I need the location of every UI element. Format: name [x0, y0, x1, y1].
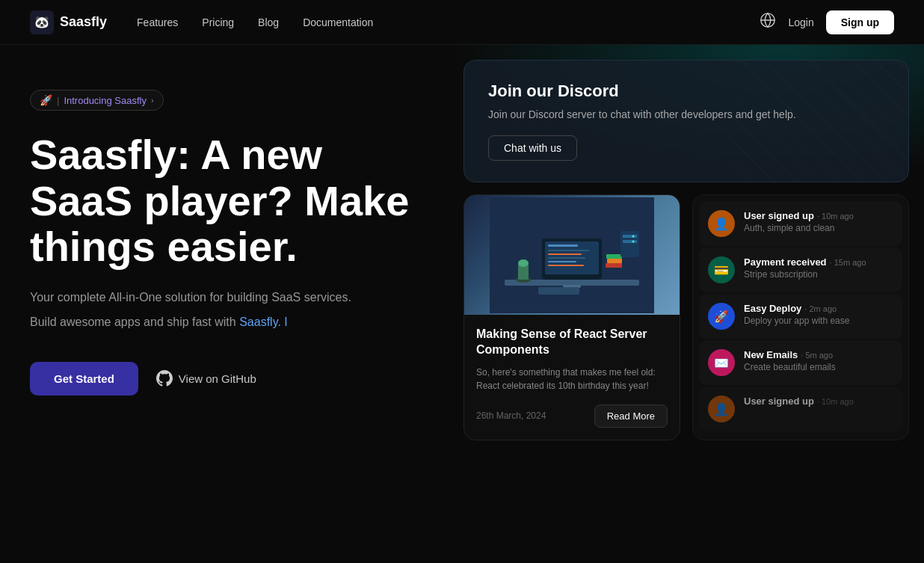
right-panels: Join our Discord Join our Discord server…	[449, 45, 924, 563]
hero-subtitle-2: Build awesome apps and ship fast with Sa…	[30, 313, 419, 332]
blog-date: 26th March, 2024	[476, 410, 546, 421]
blog-excerpt: So, here's something that makes me feel …	[476, 366, 668, 393]
signup-button[interactable]: Sign up	[826, 10, 894, 34]
blog-title: Making Sense of React Server Components	[476, 327, 668, 358]
discord-card: Join our Discord Join our Discord server…	[463, 60, 909, 182]
notif-desc-2: Stripe subscription	[744, 269, 893, 280]
login-button[interactable]: Login	[788, 16, 813, 28]
saasfly-link[interactable]: Saasfly. I	[239, 316, 288, 328]
blog-illustration	[490, 197, 654, 313]
logo-text: Saasfly	[60, 14, 107, 30]
badge-arrow-icon: ›	[151, 96, 154, 105]
notif-title-2: Payment received · 15m ago	[744, 256, 893, 268]
read-more-button[interactable]: Read More	[594, 404, 668, 428]
notif-content-4: New Emails · 5m ago Create beautiful ema…	[744, 349, 893, 372]
main-content: 🚀 | Introducing Saasfly › Saasfly: A new…	[0, 45, 924, 563]
badge-label: Introducing Saasfly	[64, 95, 147, 106]
notif-title-4: New Emails · 5m ago	[744, 349, 893, 360]
easy-deploy-icon: 🚀	[708, 303, 735, 330]
discord-description: Join our Discord server to chat with oth…	[488, 108, 884, 120]
blog-footer: 26th March, 2024 Read More	[476, 404, 668, 428]
chat-with-us-button[interactable]: Chat with us	[488, 135, 577, 161]
nav-right: Login Sign up	[760, 10, 894, 34]
notif-title-3: Easy Deploy · 2m ago	[744, 303, 893, 314]
notification-easy-deploy: 🚀 Easy Deploy · 2m ago Deploy your app w…	[699, 294, 902, 339]
svg-rect-16	[607, 259, 622, 263]
notification-user-signed-up: 👤 User signed up · 10m ago Auth, simple …	[699, 201, 902, 246]
badge-separator: |	[57, 95, 59, 106]
notif-desc-1: Auth, simple and clean	[744, 223, 893, 233]
user-signed-up-icon: 👤	[708, 210, 735, 237]
hero-title: Saasfly: A new SaaS player? Make things …	[30, 132, 419, 270]
user-signed-up-2-icon: 👤	[708, 396, 735, 422]
blog-body: Making Sense of React Server Components …	[464, 315, 680, 440]
svg-point-25	[632, 240, 635, 242]
svg-rect-7	[548, 250, 589, 251]
notification-user-signed-up-2: 👤 User signed up · 10m ago	[699, 387, 902, 431]
rocket-icon: 🚀	[40, 94, 52, 106]
svg-rect-11	[548, 265, 584, 266]
svg-point-20	[518, 259, 529, 267]
notifications-panel: 👤 User signed up · 10m ago Auth, simple …	[692, 194, 909, 440]
nav-blog[interactable]: Blog	[258, 16, 279, 28]
nav-docs[interactable]: Documentation	[303, 16, 373, 28]
nav-features[interactable]: Features	[137, 16, 178, 28]
notif-content-5: User signed up · 10m ago	[744, 396, 893, 407]
svg-rect-9	[548, 257, 585, 259]
navbar: 🐼 Saasfly Features Pricing Blog Document…	[0, 0, 924, 45]
svg-point-24	[632, 235, 635, 237]
svg-rect-15	[606, 263, 622, 268]
svg-rect-22	[623, 235, 637, 238]
view-github-button[interactable]: View on GitHub	[156, 370, 256, 387]
hero-actions: Get Started View on GitHub	[30, 362, 419, 396]
blog-card: Making Sense of React Server Components …	[463, 194, 680, 440]
svg-rect-6	[548, 244, 578, 247]
notif-desc-3: Deploy your app with ease	[744, 316, 893, 326]
svg-rect-17	[606, 254, 622, 259]
svg-rect-10	[548, 261, 576, 262]
intro-badge[interactable]: 🚀 | Introducing Saasfly ›	[30, 90, 164, 111]
notification-payment-received: 💳 Payment received · 15m ago Stripe subs…	[699, 247, 902, 292]
nav-pricing[interactable]: Pricing	[202, 16, 234, 28]
svg-rect-23	[623, 240, 637, 243]
svg-rect-14	[538, 287, 579, 295]
new-emails-icon: ✉️	[708, 349, 735, 376]
notif-title-1: User signed up · 10m ago	[744, 210, 893, 221]
svg-rect-12	[568, 280, 576, 286]
logo[interactable]: 🐼 Saasfly	[30, 10, 107, 34]
hero-section: 🚀 | Introducing Saasfly › Saasfly: A new…	[0, 45, 449, 563]
payment-received-icon: 💳	[708, 256, 735, 283]
notif-title-5: User signed up · 10m ago	[744, 396, 893, 407]
github-icon	[156, 370, 173, 387]
nav-links: Features Pricing Blog Documentation	[137, 16, 373, 29]
logo-icon: 🐼	[30, 10, 54, 34]
nav-left: 🐼 Saasfly Features Pricing Blog Document…	[30, 10, 373, 34]
notif-desc-4: Create beautiful emails	[744, 362, 893, 372]
discord-title: Join our Discord	[488, 81, 884, 101]
svg-rect-8	[548, 253, 582, 255]
notif-content-2: Payment received · 15m ago Stripe subscr…	[744, 256, 893, 280]
hero-subtitle-1: Your complete All-in-One solution for bu…	[30, 288, 419, 307]
get-started-button[interactable]: Get Started	[30, 362, 138, 396]
language-icon[interactable]	[760, 12, 776, 32]
notif-content-1: User signed up · 10m ago Auth, simple an…	[744, 210, 893, 233]
notification-new-emails: ✉️ New Emails · 5m ago Create beautiful …	[699, 340, 902, 385]
notif-content-3: Easy Deploy · 2m ago Deploy your app wit…	[744, 303, 893, 326]
blog-image	[464, 195, 680, 315]
